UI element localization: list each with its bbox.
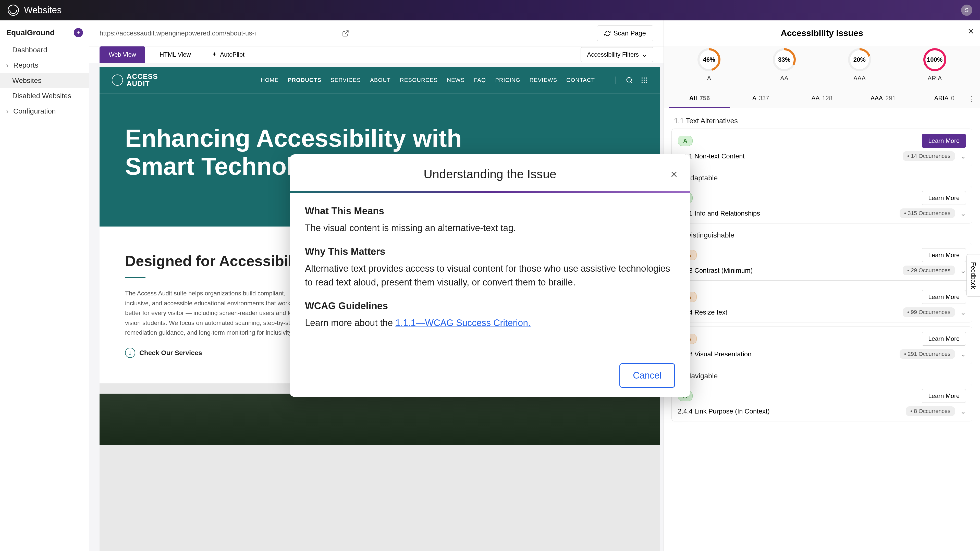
score-ring: 33% (773, 48, 796, 71)
learn-more-button[interactable]: Learn More (922, 332, 966, 346)
grid-menu-icon[interactable] (641, 76, 648, 84)
tab-aa[interactable]: AA128 (791, 89, 853, 108)
section-text: The Access Audit suite helps organizatio… (125, 289, 304, 338)
tab-aaa[interactable]: AAA291 (853, 89, 914, 108)
issue-group-header: 1.1 Text Alternatives (671, 113, 972, 129)
learn-more-button[interactable]: Learn More (922, 191, 966, 205)
chevron-down-icon[interactable]: ⌄ (960, 152, 966, 160)
issue-name: 1.1.1 Non-text Content (678, 152, 897, 160)
chevron-down-icon[interactable]: ⌄ (960, 350, 966, 359)
feedback-tab[interactable]: Feedback (966, 254, 980, 297)
modal-header: Understanding the Issue × (290, 154, 690, 191)
score-label: A (697, 75, 721, 82)
issue-card: AALearn More1.4.8 Visual Presentation291… (671, 327, 972, 364)
sidebar-item-label: Configuration (13, 107, 56, 115)
site-menu-contact[interactable]: CONTACT (566, 77, 595, 83)
chevron-down-icon[interactable]: ⌄ (960, 308, 966, 317)
sidebar-item-label: Websites (12, 76, 41, 85)
workspace-name: EqualGround (6, 28, 55, 37)
site-menu-home[interactable]: HOME (261, 77, 279, 83)
sidebar-item-label: Dashboard (12, 46, 47, 54)
learn-more-button[interactable]: Learn More (922, 389, 966, 403)
add-workspace-button[interactable]: + (74, 28, 83, 37)
sidebar-item-configuration[interactable]: ›Configuration (0, 103, 89, 119)
site-menu-pricing[interactable]: PRICING (495, 77, 520, 83)
tab-aria[interactable]: ARIA0 (914, 89, 975, 108)
chevron-down-icon[interactable]: ⌄ (960, 407, 966, 416)
site-menu-faq[interactable]: FAQ (474, 77, 486, 83)
site-menu-reviews[interactable]: REVIEWS (530, 77, 557, 83)
modal-footer: Cancel (290, 354, 690, 397)
issue-count: 14 Occurrences (903, 151, 955, 161)
issue-card: ALearn More1.3.1 Info and Relationships3… (671, 186, 972, 224)
svg-point-9 (644, 82, 645, 83)
site-menu-services[interactable]: SERVICES (331, 77, 361, 83)
url-text: https://accessaudit.wpenginepowered.com/… (100, 29, 337, 37)
web-view-tab[interactable]: Web View (100, 46, 145, 63)
learn-more-button[interactable]: Learn More (922, 248, 966, 262)
search-icon[interactable] (626, 76, 633, 84)
autopilot-button[interactable]: AutoPilot (205, 46, 251, 63)
svg-point-3 (644, 78, 645, 79)
learn-more-button[interactable]: Learn More (922, 134, 966, 148)
issue-name: 1.4.4 Resize text (678, 308, 897, 316)
filters-label: Accessibility Filters (587, 51, 639, 58)
chevron-down-icon[interactable]: ⌄ (960, 209, 966, 218)
svg-point-6 (644, 79, 645, 81)
topbar-left: Websites (8, 5, 62, 16)
tab-a[interactable]: A337 (730, 89, 791, 108)
issues-list[interactable]: 1.1 Text AlternativesALearn More1.1.1 No… (664, 108, 980, 551)
sparkle-icon (211, 52, 218, 58)
tabs-more-icon[interactable]: ⋮ (968, 95, 975, 103)
page-title: Websites (24, 5, 62, 16)
scan-page-button[interactable]: Scan Page (597, 25, 653, 41)
chevron-right-icon: › (6, 107, 11, 115)
site-menu-news[interactable]: NEWS (447, 77, 465, 83)
issue-name: 1.4.3 Contrast (Minimum) (678, 267, 897, 275)
understanding-issue-modal: Understanding the Issue × What This Mean… (290, 154, 690, 397)
site-logo-text: ACCESSAUDIT (127, 73, 158, 87)
site-menu-about[interactable]: ABOUT (370, 77, 391, 83)
arrow-down-circle-icon: ↓ (125, 348, 135, 358)
score-aaa: 20%AAA (848, 48, 871, 82)
modal-close-button[interactable]: × (670, 167, 678, 181)
score-label: AA (773, 75, 796, 82)
sidebar-item-disabled-websites[interactable]: Disabled Websites (0, 88, 89, 103)
issue-name: 1.4.8 Visual Presentation (678, 350, 894, 358)
site-menu-resources[interactable]: RESOURCES (400, 77, 438, 83)
sidebar-item-reports[interactable]: ›Reports (0, 58, 89, 73)
issue-count: 315 Occurrences (900, 208, 955, 218)
sidebar-item-dashboard[interactable]: Dashboard (0, 42, 89, 58)
close-panel-button[interactable]: × (968, 25, 974, 37)
score-ring: 100% (923, 48, 946, 71)
html-view-tab[interactable]: HTML View (150, 46, 200, 63)
chevron-down-icon[interactable]: ⌄ (960, 266, 966, 275)
tab-all[interactable]: All756 (669, 89, 730, 108)
svg-point-4 (646, 78, 647, 79)
site-logo[interactable]: ACCESSAUDIT (112, 73, 158, 87)
modal-section-heading: WCAG Guidelines (305, 300, 675, 311)
refresh-icon (605, 30, 611, 37)
wcag-criterion-link[interactable]: 1.1.1—WCAG Success Criterion. (395, 318, 531, 328)
modal-section-text: The visual content is missing an alterna… (305, 221, 675, 235)
modal-section-guidelines: WCAG Guidelines Learn more about the 1.1… (305, 300, 675, 330)
learn-more-button[interactable]: Learn More (922, 290, 966, 304)
issue-name: 2.4.4 Link Purpose (In Context) (678, 407, 900, 415)
autopilot-label: AutoPilot (220, 51, 245, 58)
avatar[interactable]: S (961, 5, 972, 16)
sidebar-item-websites[interactable]: Websites (0, 73, 89, 88)
modal-title: Understanding the Issue (424, 167, 556, 181)
accessibility-filters-button[interactable]: Accessibility Filters ⌄ (581, 47, 653, 62)
issue-card: AALearn More1.4.4 Resize text99 Occurren… (671, 285, 972, 322)
score-label: AAA (848, 75, 871, 82)
issue-card: AALearn More1.4.3 Contrast (Minimum)29 O… (671, 243, 972, 281)
issue-count: 291 Occurrences (900, 349, 955, 359)
site-nav-icons (615, 76, 648, 84)
external-link-icon[interactable] (342, 30, 349, 37)
issue-count: 8 Occurrences (906, 407, 955, 416)
cancel-button[interactable]: Cancel (619, 363, 675, 388)
site-logo-icon (112, 75, 123, 86)
site-menu-products[interactable]: PRODUCTS (288, 77, 321, 83)
site-menu: HOME PRODUCTS SERVICES ABOUT RESOURCES N… (261, 77, 595, 83)
sidebar-item-label: Reports (13, 61, 38, 69)
